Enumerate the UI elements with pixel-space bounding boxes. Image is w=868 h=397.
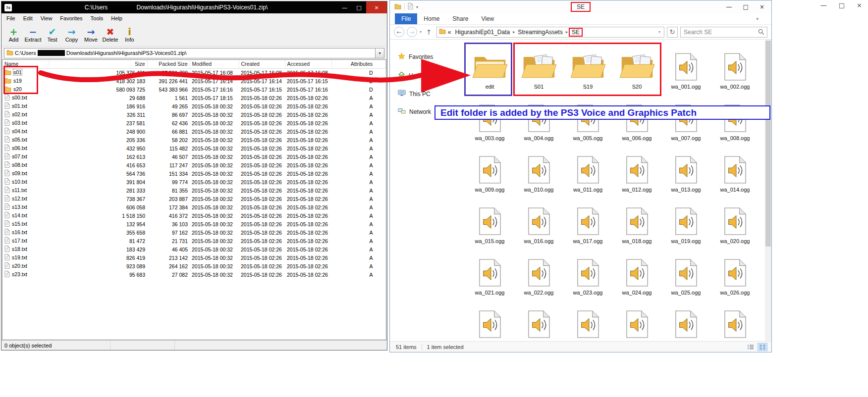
toolbar-delete-button[interactable]: ✖Delete: [101, 27, 119, 43]
file-tile[interactable]: wa_023.ogg: [563, 249, 612, 301]
file-tile[interactable]: [563, 301, 612, 341]
column-header-modified[interactable]: Modified: [190, 60, 239, 68]
breadcrumb-item-higurashiep01_data[interactable]: HigurashiEp01_Data: [453, 28, 512, 36]
table-row[interactable]: s12.txt738 367203 8872015-05-18 00:32201…: [2, 195, 386, 203]
search-input[interactable]: [681, 29, 757, 36]
column-header-accessed[interactable]: Accessed: [285, 60, 331, 68]
sidebar-item-this-pc[interactable]: This PC: [390, 85, 465, 103]
breadcrumb-item-se[interactable]: SE: [569, 28, 583, 37]
table-row[interactable]: s03.txt237 58162 4362015-05-18 00:322015…: [2, 119, 386, 127]
explorer-maximize-button[interactable]: □: [743, 3, 749, 10]
menu-item-tools[interactable]: Tools: [87, 14, 108, 23]
quick-access-item-icon[interactable]: [408, 2, 413, 11]
bg-maximize-button[interactable]: □: [839, 1, 845, 9]
table-row[interactable]: s00.txt29 6881 5612015-05-17 18:152015-0…: [2, 94, 386, 102]
file-tile[interactable]: wa_017.ogg: [563, 198, 612, 249]
sidebar-item-favorites[interactable]: Favorites: [390, 48, 465, 66]
folder-tile[interactable]: S20: [612, 44, 661, 95]
scrollbar-thumb[interactable]: [765, 41, 771, 247]
toolbar-add-button[interactable]: +Add: [4, 27, 23, 43]
toolbar-info-button[interactable]: iInfo: [120, 27, 139, 43]
table-row[interactable]: s11.txt281 33381 3552015-05-18 00:322015…: [2, 186, 386, 195]
file-tile[interactable]: wa_010.ogg: [514, 147, 563, 198]
toolbar-extract-button[interactable]: −Extract: [24, 27, 42, 43]
address-bar[interactable]: C:\UsersDownloads\Higurashi\HigurashiPS3…: [4, 48, 376, 58]
sevenzip-close-button[interactable]: ×: [366, 1, 387, 13]
file-tile[interactable]: wa_003.ogg: [465, 95, 514, 147]
table-row[interactable]: s04.txt248 90066 8812015-05-18 00:322015…: [2, 127, 386, 136]
table-row[interactable]: s23.txt95 68327 0822015-05-18 00:322015-…: [2, 270, 386, 279]
ribbon-tab-share[interactable]: Share: [446, 13, 475, 24]
details-view-icon[interactable]: [746, 343, 756, 351]
menu-item-favorites[interactable]: Favorites: [56, 14, 86, 23]
toolbar-copy-button[interactable]: →Copy: [62, 27, 81, 43]
column-header-attributes[interactable]: Attributes: [331, 60, 386, 68]
file-tile[interactable]: wa_013.ogg: [661, 147, 710, 198]
table-row[interactable]: s09.txt564 736151 3342015-05-18 00:32201…: [2, 169, 386, 178]
file-tile[interactable]: wa_024.ogg: [612, 249, 661, 301]
bg-close-button[interactable]: ×: [857, 1, 862, 9]
file-tile[interactable]: wa_020.ogg: [710, 198, 760, 249]
ribbon-tab-file[interactable]: File: [395, 13, 417, 24]
file-tile[interactable]: wa_011.ogg: [563, 147, 612, 198]
column-header-name[interactable]: Name: [2, 60, 49, 68]
file-tile[interactable]: wa_021.ogg: [465, 249, 514, 301]
ribbon-tab-view[interactable]: View: [475, 13, 500, 24]
sevenzip-maximize-button[interactable]: □: [352, 1, 366, 13]
toolbar-test-button[interactable]: ✔Test: [43, 27, 61, 43]
table-row[interactable]: s15.txt132 95436 1032015-05-18 00:322015…: [2, 220, 386, 228]
table-row[interactable]: s13.txt606 058172 3842015-05-18 00:32201…: [2, 203, 386, 211]
forward-button[interactable]: →: [407, 27, 417, 37]
scrollbar[interactable]: [765, 40, 771, 341]
table-row[interactable]: s08.txt416 653117 2472015-05-18 00:32201…: [2, 161, 386, 169]
bg-minimize-button[interactable]: —: [820, 1, 827, 9]
ribbon-expand-chevron-icon[interactable]: ▾: [756, 16, 759, 21]
file-tile[interactable]: [514, 301, 563, 341]
search-icon[interactable]: [757, 29, 767, 35]
address-dropdown-button[interactable]: ▾: [376, 48, 384, 58]
quick-access-chevron-icon[interactable]: ▾: [416, 5, 418, 9]
sidebar-item-network[interactable]: Network: [390, 103, 465, 121]
table-row[interactable]: s19.txt826 419213 1422015-05-18 00:32201…: [2, 253, 386, 262]
menu-item-edit[interactable]: Edit: [19, 14, 37, 23]
file-tile[interactable]: wa_012.ogg: [612, 147, 661, 198]
column-header-packed-size[interactable]: Packed Size: [147, 60, 190, 68]
table-row[interactable]: s06.txt432 950115 4822015-05-18 00:32201…: [2, 144, 386, 152]
column-header-size[interactable]: Size: [49, 60, 147, 68]
file-tile[interactable]: wa_026.ogg: [710, 249, 760, 301]
address-breadcrumb-bar[interactable]: « HigurashiEp01_Data▸StreamingAssets▸SE …: [436, 27, 664, 38]
file-tile[interactable]: wa_022.ogg: [514, 249, 563, 301]
table-row[interactable]: s20.txt923 089264 1622015-05-18 00:32201…: [2, 262, 386, 270]
file-tile[interactable]: wa_004.ogg: [514, 95, 563, 147]
breadcrumb-item-streamingassets[interactable]: StreamingAssets: [516, 28, 565, 36]
table-row[interactable]: s05.txt205 33658 2022015-05-18 00:322015…: [2, 136, 386, 144]
thumbnail-view-icon[interactable]: [758, 343, 767, 351]
table-row[interactable]: s02.txt326 31186 6972015-05-18 00:322015…: [2, 110, 386, 119]
file-tile[interactable]: [661, 301, 710, 341]
table-row[interactable]: s18.txt183 42946 4052015-05-18 00:322015…: [2, 245, 386, 253]
refresh-button[interactable]: ↻: [667, 27, 678, 38]
explorer-minimize-button[interactable]: —: [726, 3, 732, 10]
table-row[interactable]: s16.txt355 65897 1622015-05-18 00:322015…: [2, 228, 386, 237]
file-tile[interactable]: [612, 301, 661, 341]
column-header-created[interactable]: Created: [239, 60, 285, 68]
file-tile[interactable]: wa_015.ogg: [465, 198, 514, 249]
file-tile[interactable]: wa_016.ogg: [514, 198, 563, 249]
table-row[interactable]: s07.txt162 61346 5072015-05-18 00:322015…: [2, 152, 386, 161]
ribbon-tab-home[interactable]: Home: [417, 13, 446, 24]
address-dropdown-icon[interactable]: ▾: [658, 30, 662, 34]
table-row[interactable]: s10.txt391 80499 7742015-05-18 00:322015…: [2, 178, 386, 186]
menu-item-view[interactable]: View: [37, 14, 56, 23]
sidebar-item-homegroup[interactable]: Homegroup: [390, 66, 465, 85]
file-tile[interactable]: [710, 301, 760, 341]
file-tile[interactable]: wa_009.ogg: [465, 147, 514, 198]
table-row[interactable]: s01105 376 48197 591 7092015-05-17 16:08…: [2, 68, 386, 77]
table-row[interactable]: s19418 302 183391 226 4412015-05-17 16:1…: [2, 77, 386, 85]
sevenzip-minimize-button[interactable]: —: [337, 1, 352, 13]
file-tile[interactable]: wa_001.ogg: [661, 44, 710, 95]
file-tile[interactable]: wa_002.ogg: [710, 44, 760, 95]
file-tile[interactable]: wa_006.ogg: [612, 95, 661, 147]
recent-locations-chevron-icon[interactable]: ▾: [420, 30, 422, 34]
file-tile[interactable]: wa_019.ogg: [661, 198, 710, 249]
menu-item-help[interactable]: Help: [107, 14, 126, 23]
